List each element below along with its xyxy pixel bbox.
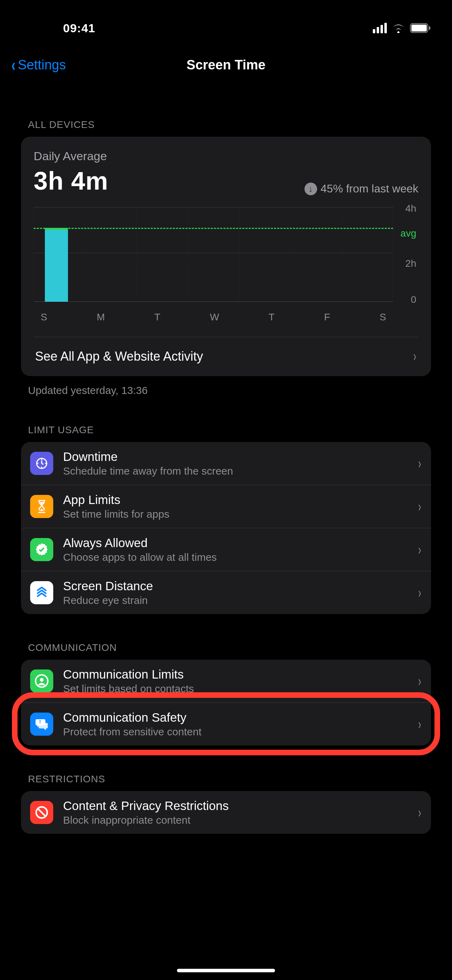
chevron-right-icon: ›	[418, 716, 421, 732]
nav-bar: ‹ Settings Screen Time	[0, 49, 452, 81]
x-tick: S	[41, 312, 47, 323]
chat-bubbles-icon: !	[30, 713, 53, 736]
section-header-communication: Communication	[28, 642, 424, 653]
row-title: Screen Distance	[63, 579, 407, 593]
y-tick: 0	[411, 294, 416, 305]
person-circle-icon	[30, 670, 53, 693]
chevron-left-icon: ‹	[11, 55, 16, 75]
section-header-all-devices: All Devices	[28, 119, 424, 130]
row-screen-distance[interactable]: Screen Distance Reduce eye strain ›	[21, 571, 431, 614]
row-app-limits[interactable]: App Limits Set time limits for apps ›	[21, 485, 431, 528]
no-symbol-icon	[30, 801, 53, 824]
row-subtitle: Set time limits for apps	[63, 508, 407, 520]
daily-average-value: 3h 4m	[33, 167, 108, 195]
checkmark-seal-icon	[30, 538, 53, 561]
usage-chart: S M T W T F S 4h avg 2h 0	[33, 207, 419, 323]
svg-rect-2	[429, 26, 430, 30]
x-tick: T	[269, 312, 275, 323]
communication-list: Communication Limits Set limits based on…	[21, 660, 431, 746]
x-tick: S	[379, 312, 386, 323]
hourglass-icon	[30, 495, 53, 518]
arrow-down-icon: ↓	[304, 183, 317, 195]
row-downtime[interactable]: Downtime Schedule time away from the scr…	[21, 442, 431, 485]
svg-line-8	[38, 809, 46, 816]
row-subtitle: Set limits based on contacts	[63, 683, 407, 695]
restrictions-list: Content & Privacy Restrictions Block ina…	[21, 791, 431, 834]
back-button[interactable]: ‹ Settings	[11, 55, 66, 75]
daily-average-card[interactable]: Daily Average 3h 4m ↓ 45% from last week	[21, 137, 431, 376]
svg-rect-1	[411, 24, 427, 32]
y-tick: 4h	[406, 203, 416, 214]
status-time: 09:41	[21, 21, 95, 35]
chevron-right-icon: ›	[418, 499, 421, 514]
row-always-allowed[interactable]: Always Allowed Choose apps to allow at a…	[21, 528, 431, 571]
section-header-limit-usage: Limit Usage	[28, 425, 424, 436]
daily-average-delta: ↓ 45% from last week	[304, 182, 419, 195]
chevron-right-icon: ›	[418, 673, 421, 689]
updated-label: Updated yesterday, 13:36	[28, 385, 431, 396]
see-all-label: See All App & Website Activity	[35, 349, 203, 364]
daily-average-label: Daily Average	[33, 149, 108, 163]
avg-label: avg	[401, 228, 416, 239]
svg-text:!: !	[39, 719, 41, 724]
row-subtitle: Protect from sensitive content	[63, 726, 407, 738]
row-title: Communication Safety	[63, 711, 407, 724]
page-title: Screen Time	[186, 57, 265, 73]
limit-usage-list: Downtime Schedule time away from the scr…	[21, 442, 431, 614]
status-bar: 09:41	[0, 0, 452, 49]
row-subtitle: Reduce eye strain	[63, 595, 407, 606]
row-communication-safety[interactable]: ! Communication Safety Protect from sens…	[21, 702, 431, 746]
battery-icon	[410, 23, 431, 33]
row-title: App Limits	[63, 493, 407, 507]
row-subtitle: Choose apps to allow at all times	[63, 551, 407, 563]
row-subtitle: Schedule time away from the screen	[63, 465, 407, 477]
chevron-right-icon: ›	[418, 542, 421, 558]
back-label: Settings	[18, 57, 66, 73]
section-header-restrictions: Restrictions	[28, 773, 424, 785]
chart-bar-sunday	[45, 230, 68, 302]
row-content-privacy[interactable]: Content & Privacy Restrictions Block ina…	[21, 791, 431, 834]
x-tick: F	[324, 312, 330, 323]
row-communication-limits[interactable]: Communication Limits Set limits based on…	[21, 660, 431, 702]
x-tick: W	[210, 312, 219, 323]
chevron-right-icon: ›	[418, 805, 421, 821]
row-title: Always Allowed	[63, 536, 407, 550]
row-subtitle: Block inappropriate content	[63, 814, 407, 826]
x-tick: T	[154, 312, 161, 323]
home-indicator[interactable]	[177, 969, 275, 972]
screen-distance-icon	[30, 581, 53, 604]
y-tick: 2h	[406, 258, 416, 269]
row-title: Content & Privacy Restrictions	[63, 799, 407, 813]
see-all-activity-row[interactable]: See All App & Website Activity ›	[33, 337, 419, 376]
row-title: Downtime	[63, 450, 407, 464]
chevron-right-icon: ›	[418, 456, 421, 471]
chevron-right-icon: ›	[418, 585, 421, 601]
svg-point-5	[40, 678, 44, 682]
chevron-right-icon: ›	[413, 348, 416, 364]
downtime-icon	[30, 452, 53, 475]
x-tick: M	[97, 312, 105, 323]
row-title: Communication Limits	[63, 667, 407, 681]
cellular-signal-icon	[373, 23, 387, 33]
wifi-icon	[392, 23, 405, 33]
